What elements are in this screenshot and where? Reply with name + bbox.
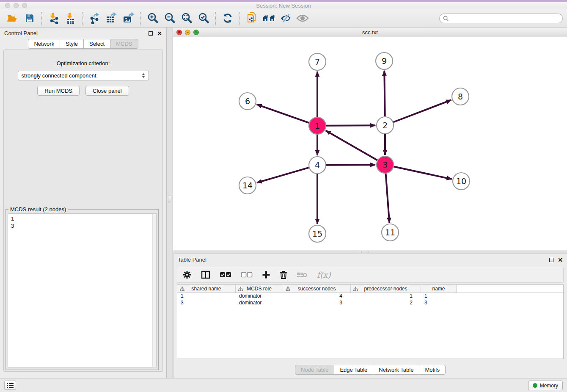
open-session-icon (7, 13, 19, 23)
graph-edge-2-8[interactable] (394, 100, 451, 122)
graph-edge-3-1[interactable] (326, 130, 377, 160)
graph-edge-3-11[interactable] (386, 174, 390, 223)
column-header-successor-nodes[interactable]: successor nodes (283, 285, 351, 293)
graph-edge-4-14[interactable] (257, 168, 309, 183)
horizontal-splitter[interactable] (173, 250, 567, 254)
tab-mcds[interactable]: MCDS (110, 39, 138, 49)
cell-shared-name[interactable]: 1 (177, 293, 236, 300)
graph-node-2[interactable]: 2 (377, 117, 394, 134)
delete-table-button[interactable] (297, 271, 308, 278)
run-mcds-button[interactable]: Run MCDS (37, 86, 80, 96)
table-row[interactable]: 1 dominator 4 1 1 (177, 293, 563, 300)
column-header-shared-name[interactable]: shared name (177, 285, 236, 293)
mcds-result-list[interactable]: 1 3 (8, 213, 157, 367)
search-input[interactable] (451, 15, 559, 21)
graph-node-11[interactable]: 11 (382, 224, 399, 241)
hide-selected-button[interactable] (277, 11, 294, 26)
deselect-all-button[interactable] (241, 272, 253, 278)
delete-row-button[interactable] (280, 271, 287, 279)
zoom-in-button[interactable] (144, 11, 161, 26)
cell-name[interactable]: 1 (421, 293, 457, 300)
column-header-name[interactable]: name (421, 285, 457, 293)
optimization-criterion-label: Optimization criterion: (4, 60, 162, 66)
open-session-button[interactable] (4, 11, 21, 26)
float-panel-icon[interactable] (149, 31, 153, 36)
graph-edge-1-2[interactable] (326, 125, 375, 126)
import-network-button[interactable] (45, 11, 62, 26)
table-row[interactable]: 3 dominator 3 2 3 (177, 300, 563, 306)
tab-network-table[interactable]: Network Table (373, 365, 419, 375)
vertical-splitter[interactable] (166, 28, 173, 378)
tab-edge-table[interactable]: Edge Table (334, 365, 373, 375)
column-header-predecessor-nodes[interactable]: predecessor nodes (351, 285, 421, 293)
function-builder-button[interactable]: f(x) (317, 270, 331, 279)
column-header-mcds-role[interactable]: MCDS role (236, 285, 283, 293)
memory-button[interactable]: Memory (528, 381, 563, 390)
import-table-button[interactable] (62, 11, 79, 26)
close-panel-icon[interactable]: ✕ (558, 258, 563, 262)
graph-node-7[interactable]: 7 (309, 53, 326, 70)
show-column-button[interactable] (201, 271, 210, 279)
graph-edge-3-10[interactable] (394, 166, 452, 179)
apply-layout-button[interactable] (219, 11, 236, 26)
table-panel-header: Table Panel ✕ (173, 254, 567, 265)
tab-select[interactable]: Select (83, 39, 110, 49)
export-image-button[interactable] (120, 11, 137, 26)
graph-node-10[interactable]: 10 (453, 173, 470, 190)
graph-node-1[interactable]: 1 (309, 117, 326, 134)
show-hidden-button[interactable] (294, 11, 311, 26)
minimize-view-icon[interactable]: − (185, 30, 190, 35)
float-panel-icon[interactable] (549, 258, 553, 262)
graph-edge-1-6[interactable] (257, 105, 309, 123)
zoom-out-button[interactable] (161, 11, 178, 26)
cell-shared-name[interactable]: 3 (177, 300, 236, 306)
graph-node-8[interactable]: 8 (452, 88, 469, 105)
export-table-button[interactable] (103, 11, 120, 26)
graph-edge-2-9[interactable] (384, 71, 385, 116)
close-view-icon[interactable]: ✕ (176, 30, 182, 35)
tab-network[interactable]: Network (28, 39, 60, 49)
cell-mcds-role[interactable]: dominator (236, 293, 283, 300)
cell-predecessor-nodes[interactable]: 2 (351, 300, 421, 306)
maximize-view-icon[interactable]: + (193, 30, 199, 35)
graph-node-6[interactable]: 6 (239, 93, 256, 110)
zoom-fit-button[interactable] (178, 11, 195, 26)
export-network-button[interactable] (86, 11, 103, 26)
tab-motifs[interactable]: Motifs (419, 365, 446, 375)
svg-text:10: 10 (456, 177, 466, 186)
close-panel-button[interactable]: Close panel (85, 86, 129, 96)
cell-name[interactable]: 3 (421, 300, 457, 306)
criterion-select[interactable]: strongly connected component (18, 71, 149, 80)
close-panel-icon[interactable]: ✕ (157, 31, 162, 36)
first-neighbors-button[interactable] (260, 11, 277, 26)
add-row-button[interactable] (262, 271, 270, 279)
search-field[interactable] (439, 14, 563, 23)
mcds-result-line: 1 (11, 215, 156, 222)
graph-node-4[interactable]: 4 (309, 157, 326, 174)
result-scrollbar[interactable] (152, 214, 156, 367)
splitter-grip[interactable] (361, 251, 369, 253)
svg-text:9: 9 (382, 56, 387, 66)
cell-successor-nodes[interactable]: 4 (283, 293, 351, 300)
tab-node-table[interactable]: Node Table (295, 365, 335, 375)
svg-text:1: 1 (315, 121, 320, 130)
graph-edge-4-3[interactable] (326, 165, 375, 165)
delete-row-icon (280, 271, 287, 279)
graph-node-14[interactable]: 14 (239, 177, 256, 194)
save-session-button[interactable] (21, 11, 38, 26)
tab-style[interactable]: Style (60, 39, 84, 49)
select-all-button[interactable] (220, 272, 231, 278)
cell-predecessor-nodes[interactable]: 1 (351, 293, 421, 300)
settings-gear-button[interactable] (182, 270, 192, 279)
zoom-selected-button[interactable] (195, 11, 212, 26)
network-window-titlebar[interactable]: ✕ − + scc.txt (173, 28, 567, 37)
graph-node-3[interactable]: 3 (377, 156, 394, 173)
graph-node-9[interactable]: 9 (376, 52, 393, 69)
graph-node-15[interactable]: 15 (309, 225, 326, 242)
cell-mcds-role[interactable]: dominator (236, 300, 283, 306)
cell-successor-nodes[interactable]: 3 (283, 300, 351, 306)
network-canvas[interactable]: 7968124314101511 (173, 37, 567, 250)
splitter-grip[interactable] (168, 196, 171, 203)
clone-network-button[interactable] (243, 11, 260, 26)
task-history-button[interactable] (4, 381, 16, 390)
